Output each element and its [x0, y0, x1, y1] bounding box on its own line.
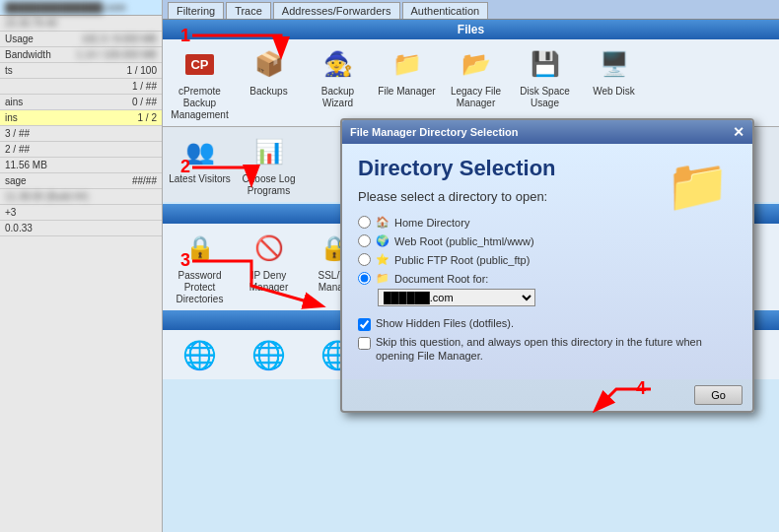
web-disk-icon: 🖥️ — [595, 44, 634, 84]
icon-web-disk[interactable]: 🖥️ Web Disk — [582, 44, 646, 121]
plus3-value: +3 — [5, 207, 16, 218]
ip-deny-icon: 🚫 — [249, 229, 289, 268]
disksize-value: 11.56 MB — [5, 160, 47, 170]
file-manager-modal[interactable]: File Manager Directory Selection ✕ Direc… — [340, 118, 754, 413]
icon-choose-log[interactable]: 📊 Choose Log Programs — [237, 132, 301, 197]
usage-value: 182.3 / 8.000 MB — [82, 33, 157, 44]
icon-disk-space[interactable]: 💾 Disk Space Usage — [513, 44, 577, 121]
radio-webroot-input[interactable] — [358, 234, 371, 247]
radio-ftproot-input[interactable] — [358, 253, 371, 266]
icon-password-protect[interactable]: 🔒 Password Protect Directories — [168, 229, 232, 305]
sidebar-disksize: 11.56 MB — [0, 158, 162, 173]
usage-label: Usage — [5, 33, 34, 44]
sidebar-ts: ts 1 / 100 — [0, 63, 162, 79]
backup-wizard-label: Backup Wizard — [306, 86, 370, 109]
radio-group: 🏠 Home Directory 🌍 Web Root (public_html… — [358, 216, 648, 285]
modal-heading: Directory Selection — [358, 156, 648, 181]
modal-footer: Go — [342, 379, 752, 411]
choose-log-icon: 📊 — [249, 132, 289, 171]
go-button[interactable]: Go — [694, 385, 743, 405]
backup-wizard-icon: 🧙 — [319, 44, 358, 84]
sidebar-domain: ██████████████.com — [0, 0, 162, 16]
checkbox-hidden-files[interactable]: Show Hidden Files (dotfiles). — [358, 316, 737, 331]
sidebar-ains: ains 0 / ## — [0, 95, 162, 110]
icon-ip-deny[interactable]: 🚫 IP Deny Manager — [237, 229, 301, 305]
radio-ftproot[interactable]: ⭐ Public FTP Root (public_ftp) — [358, 253, 648, 266]
domain-icon-1[interactable]: 🌐 — [168, 335, 232, 374]
legacy-file-manager-icon: 📂 — [457, 44, 496, 84]
choose-log-label: Choose Log Programs — [237, 173, 301, 197]
files-section: Files CP cPremote Backup Management 📦 Ba… — [163, 20, 779, 126]
icon-latest-visitors[interactable]: 👥 Latest Visitors — [168, 132, 232, 197]
icon-cpremote[interactable]: CP cPremote Backup Management — [168, 44, 232, 121]
modal-content: Directory Selection Please select a dire… — [358, 156, 737, 306]
modal-titlebar: File Manager Directory Selection ✕ — [342, 120, 752, 144]
modal-close-button[interactable]: ✕ — [733, 124, 744, 140]
files-icons-row: CP cPremote Backup Management 📦 Backups … — [163, 39, 779, 126]
password-protect-label: Password Protect Directories — [168, 270, 232, 305]
skip-checkbox[interactable] — [358, 337, 371, 350]
hidden-files-checkbox[interactable] — [358, 318, 371, 331]
latest-visitors-icon: 👥 — [180, 132, 220, 171]
icon-legacy-file-manager[interactable]: 📂 Legacy File Manager — [444, 44, 508, 121]
radio-docroot[interactable]: 📁 Document Root for: — [358, 272, 648, 285]
hidden-files-label: Show Hidden Files (dotfiles). — [376, 316, 514, 330]
sidebar-row5: 2 / ## — [0, 142, 162, 158]
files-header: Files — [163, 20, 779, 39]
tab-authentication[interactable]: Authentication — [402, 2, 489, 19]
cpremote-label: cPremote Backup Management — [168, 86, 232, 121]
domain-icon-2[interactable]: 🌐 — [237, 335, 301, 374]
modal-body: Directory Selection Please select a dire… — [342, 144, 752, 379]
ts-label: ts — [5, 65, 13, 76]
domain1-icon: 🌐 — [180, 335, 220, 374]
build-value: 11.38.00 (Build ##) — [5, 191, 89, 202]
radio-home-input[interactable] — [358, 216, 371, 229]
sidebar-row2: 1 / ## — [0, 79, 162, 95]
sidebar-usage: Usage 182.3 / 8.000 MB — [0, 32, 162, 47]
backups-icon: 📦 — [249, 44, 289, 84]
tab-trace[interactable]: Trace — [226, 2, 271, 19]
radio-home-label: Home Directory — [394, 217, 469, 229]
domain2-icon: 🌐 — [249, 335, 289, 374]
disk-space-label: Disk Space Usage — [513, 86, 577, 109]
radio-docroot-input[interactable] — [358, 272, 371, 285]
sidebar-version: 0.0.33 — [0, 221, 162, 236]
tab-filtering[interactable]: Filtering — [168, 2, 224, 19]
skip-label: Skip this question, and always open this… — [376, 335, 737, 364]
modal-title: File Manager Directory Selection — [350, 126, 519, 138]
row4-value: 3 / ## — [5, 128, 30, 139]
folder-icon-large: 📁 — [666, 156, 730, 216]
radio-webroot-label: Web Root (public_html/www) — [394, 235, 534, 247]
ains-label: ains — [5, 97, 23, 107]
icon-file-manager[interactable]: 📁 File Manager — [375, 44, 439, 121]
modal-right-panel: 📁 — [658, 156, 737, 306]
sage-value: ##/## — [132, 175, 157, 186]
icon-backups[interactable]: 📦 Backups — [237, 44, 301, 121]
tab-addresses[interactable]: Addresses/Forwarders — [273, 2, 400, 19]
backups-label: Backups — [249, 86, 287, 98]
bw-value: 1.14 / 100.000 MB — [76, 49, 157, 60]
ts-value: 1 / 100 — [126, 65, 157, 76]
webroot-icon: 🌍 — [376, 234, 390, 247]
sidebar-row4: 3 / ## — [0, 126, 162, 142]
ins-label: ins — [5, 112, 18, 123]
radio-webroot[interactable]: 🌍 Web Root (public_html/www) — [358, 234, 648, 247]
file-manager-label: File Manager — [378, 86, 435, 98]
bw-label: Bandwidth — [5, 49, 51, 60]
checkbox-skip[interactable]: Skip this question, and always open this… — [358, 335, 737, 364]
checkboxes-section: Show Hidden Files (dotfiles). Skip this … — [358, 316, 737, 364]
ains-value: 0 / ## — [132, 97, 157, 107]
domain-text: ██████████████.com — [5, 2, 126, 13]
row5-value: 2 / ## — [5, 144, 30, 155]
icon-backup-wizard[interactable]: 🧙 Backup Wizard — [306, 44, 370, 121]
domain-select[interactable]: ██████.com — [378, 289, 535, 306]
web-disk-label: Web Disk — [593, 86, 635, 98]
file-manager-icon: 📁 — [388, 44, 427, 84]
radio-home[interactable]: 🏠 Home Directory — [358, 216, 648, 229]
ftproot-icon: ⭐ — [376, 253, 390, 266]
cpremote-icon: CP — [180, 44, 220, 84]
sage-label: sage — [5, 175, 27, 186]
sidebar-bandwidth: Bandwidth 1.14 / 100.000 MB — [0, 47, 162, 63]
home-icon: 🏠 — [376, 216, 390, 229]
radio-ftproot-label: Public FTP Root (public_ftp) — [394, 254, 530, 266]
